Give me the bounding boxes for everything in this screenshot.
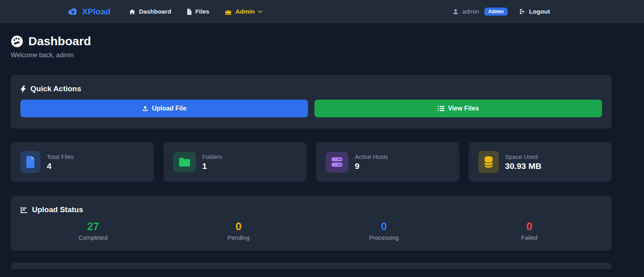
nav-item-dashboard[interactable]: Dashboard [129,8,171,15]
nav-item-admin-dropdown[interactable]: Admin [224,8,262,15]
view-files-button[interactable]: View Files [314,100,602,117]
main-content: Dashboard Welcome back, admin Quick Acti… [0,23,644,269]
stat-label: Active Hosts [355,153,388,160]
chart-bar-icon [20,207,28,213]
upload-status-counters: 27 Completed 0 Pending 0 Processing 0 Fa… [20,221,602,241]
counter-failed: 0 Failed [457,221,602,241]
upload-status-title: Upload Status [20,205,602,214]
counter-value: 0 [457,221,602,233]
bolt-icon [20,85,26,93]
stat-card-folders: Folders 1 [164,142,307,182]
logout-icon [519,8,526,15]
counter-pending: 0 Pending [166,221,312,241]
counter-label: Failed [457,234,602,241]
stat-value: 30.93 MB [505,161,542,171]
database-icon [478,151,499,173]
counter-label: Processing [311,234,457,241]
upload-icon [142,105,148,112]
page-title: Dashboard [11,34,612,48]
nav-item-files[interactable]: Files [186,8,209,15]
file-icon [186,8,192,15]
nav-item-label: Files [195,8,209,15]
file-icon [20,151,40,173]
server-icon [326,152,348,173]
stat-label: Folders [202,153,222,160]
stat-card-total-files: Total Files 4 [11,142,154,182]
quick-actions-buttons: Upload File View Files [20,100,602,117]
counter-value: 0 [166,221,312,233]
brand-name: XPload [82,7,110,16]
nav-links: Dashboard Files Admin [129,8,262,15]
list-icon [438,106,444,111]
stat-card-space-used: Space Used 30.93 MB [469,142,612,182]
quick-actions-title: Quick Actions [20,84,602,93]
counter-processing: 0 Processing [311,221,457,241]
stat-value: 9 [355,161,388,171]
partial-next-card [11,263,612,269]
nav-item-label: Dashboard [139,8,171,15]
folder-icon [173,152,196,172]
upload-file-button[interactable]: Upload File [20,100,308,117]
stat-value: 1 [202,161,222,171]
user-info: admin Admin [452,8,508,16]
dashboard-gauge-icon [11,35,23,48]
welcome-text: Welcome back, admin [11,52,612,59]
stat-card-active-hosts: Active Hosts 9 [316,142,459,182]
chevron-down-icon [258,10,262,13]
counter-value: 27 [20,221,166,233]
role-badge: Admin [484,8,508,16]
counter-completed: 27 Completed [20,221,166,241]
stat-label: Space Used [505,153,542,160]
brand-logo[interactable]: XPload [67,7,110,16]
counter-label: Pending [166,234,312,241]
counter-label: Completed [20,234,166,241]
stat-value: 4 [47,161,74,171]
crown-icon [224,8,232,15]
top-navbar: XPload Dashboard Files [0,0,644,23]
user-icon [452,8,459,15]
username: admin [462,8,479,15]
logout-label: Logout [529,8,550,15]
nav-item-label: Admin [235,8,254,15]
home-icon [129,8,136,15]
page-title-text: Dashboard [28,34,91,48]
quick-actions-card: Quick Actions Upload File [11,75,612,128]
stats-row: Total Files 4 Folders 1 [11,142,612,182]
upload-status-card: Upload Status 27 Completed 0 Pending 0 P… [11,196,612,251]
counter-value: 0 [311,221,457,233]
logout-button[interactable]: Logout [519,8,550,15]
stat-label: Total Files [47,153,74,160]
cloud-upload-icon [67,7,78,16]
